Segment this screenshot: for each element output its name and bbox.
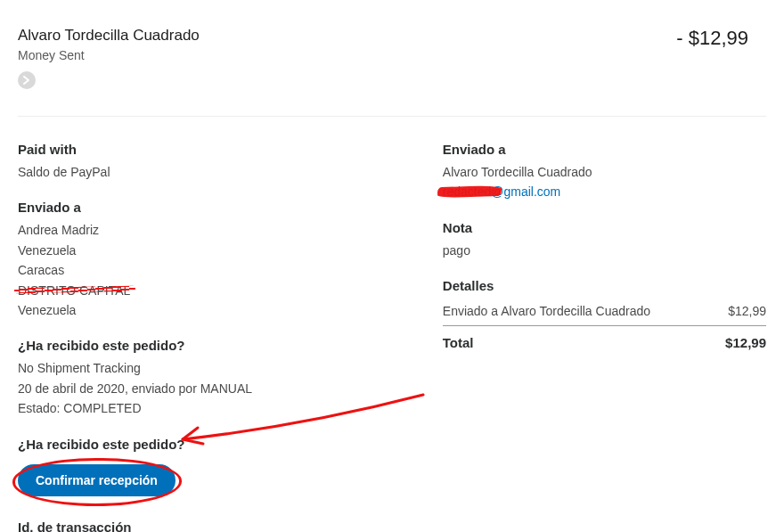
total-amount: $12,99 [725, 335, 766, 350]
details-row: Enviado a Alvaro Tordecilla Cuadrado $12… [443, 299, 766, 326]
received-question-1: ¿Ha recibido este pedido? [18, 338, 398, 353]
shipping-name: Andrea Madriz [18, 220, 398, 240]
shipping-district-redacted: DISTRITO CAPITAL [18, 281, 398, 300]
transaction-id-title: Id. de transacción [18, 520, 398, 532]
payee-email-domain: @gmail.com [491, 184, 560, 199]
payee-sent-to-title: Enviado a [443, 142, 766, 157]
details-description: Enviado a Alvaro Tordecilla Cuadrado [443, 304, 650, 318]
tracking-status: No Shipment Tracking [18, 358, 398, 378]
transaction-type: Money Sent [18, 48, 200, 62]
paid-with-value: Saldo de PayPal [18, 162, 398, 182]
payee-email-redacted: redacted [443, 184, 491, 199]
note-value: pago [443, 241, 766, 260]
note-title: Nota [443, 220, 766, 235]
expand-icon[interactable] [18, 71, 36, 89]
transaction-amount: - $12,99 [676, 27, 766, 50]
transaction-header: Alvaro Tordecilla Cuadrado Money Sent - … [18, 27, 766, 117]
received-question-2: ¿Ha recibido este pedido? [18, 437, 398, 452]
shipping-country-2: Venezuela [18, 300, 398, 320]
details-amount: $12,99 [728, 304, 766, 318]
paid-with-title: Paid with [18, 142, 398, 157]
payee-name: Alvaro Tordecilla Cuadrado [443, 162, 766, 182]
total-row: Total $12,99 [443, 326, 766, 359]
shipping-country: Venezuela [18, 241, 398, 260]
payee-email[interactable]: redacted@gmail.com [443, 182, 766, 201]
total-label: Total [443, 335, 474, 350]
shipment-status: Estado: COMPLETED [18, 398, 398, 418]
shipping-city: Caracas [18, 260, 398, 280]
confirm-receipt-button[interactable]: Confirmar recepción [18, 464, 176, 496]
ship-date: 20 de abril de 2020, enviado por MANUAL [18, 379, 398, 398]
details-title: Detalles [443, 278, 766, 293]
recipient-name: Alvaro Tordecilla Cuadrado [18, 27, 200, 45]
shipping-sent-to-title: Enviado a [18, 200, 398, 215]
